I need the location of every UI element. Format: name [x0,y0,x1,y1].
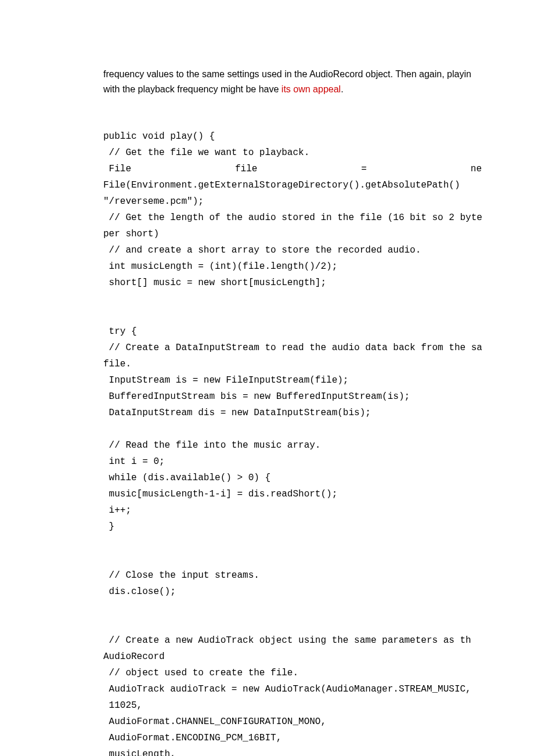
code-line: int musicLength = (int)(file.length()/2)… [103,258,482,275]
code-line: DataInputStream dis = new DataInputStrea… [103,405,482,421]
code-token: file [235,161,257,177]
code-line: music[musicLength-1-i] = dis.readShort()… [103,486,482,502]
code-line [103,600,482,616]
code-line: musicLength, [103,746,482,756]
code-line: try { [103,323,482,340]
code-line: 11025, [103,697,482,714]
code-line: Filefile=ne [103,161,482,177]
code-line: AudioTrack audioTrack = new AudioTrack(A… [103,681,482,697]
code-line: AudioFormat.ENCODING_PCM_16BIT, [103,730,482,746]
code-line: // Close the input streams. [103,567,482,584]
code-line: dis.close(); [103,584,482,600]
prose-line: with the playback frequency might be hav… [103,84,282,94]
code-line: InputStream is = new FileInputStream(fil… [103,372,482,388]
code-block: public void play() { // Get the file we … [103,128,482,756]
prose-line: . [341,84,343,94]
code-line: short[] music = new short[musicLength]; [103,275,482,291]
code-token: = [361,161,367,177]
code-line: // Create a DataInputStream to read the … [103,340,482,356]
code-line: i++; [103,502,482,519]
code-line: BufferedInputStream bis = new BufferedIn… [103,388,482,405]
code-line: public void play() { [103,128,482,145]
code-line: per short) [103,226,482,242]
link-its-own-appeal[interactable]: its own appeal [282,84,341,94]
prose-line: frequency values to the same settings us… [103,69,471,79]
code-line: // Get the file we want to playback. [103,145,482,161]
code-line: // and create a short array to store the… [103,242,482,258]
code-line: "/reverseme.pcm"); [103,193,482,210]
code-line: int i = 0; [103,453,482,470]
code-line: while (dis.available() > 0) { [103,470,482,486]
code-line [103,551,482,567]
code-line: // Create a new AudioTrack object using … [103,632,482,649]
paragraph-text: frequency values to the same settings us… [103,67,482,96]
code-line: // object used to create the file. [103,665,482,681]
code-line: file. [103,356,482,372]
code-token: File [103,161,131,177]
code-line: AudioRecord [103,649,482,665]
document-page: frequency values to the same settings us… [0,0,534,756]
code-line [103,616,482,632]
code-line: File(Environment.getExternalStorageDirec… [103,177,482,193]
code-line: // Get the length of the audio stored in… [103,210,482,226]
code-line [103,307,482,323]
code-line [103,291,482,307]
code-line: AudioFormat.CHANNEL_CONFIGURATION_MONO, [103,714,482,730]
code-line [103,421,482,437]
code-line: // Read the file into the music array. [103,437,482,453]
code-line [103,535,482,551]
code-token: ne [471,161,482,177]
code-line: } [103,519,482,535]
